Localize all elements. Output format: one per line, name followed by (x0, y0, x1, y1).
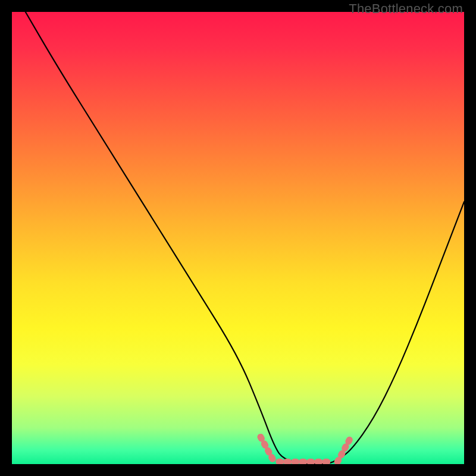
plot-area (12, 12, 464, 464)
flat-bottom-marker-left (261, 437, 274, 462)
flat-bottom-marker-right (337, 437, 351, 462)
outer-frame: TheBottleneck.com (0, 0, 476, 476)
watermark-text: TheBottleneck.com (349, 1, 463, 17)
bottom-marker-svg (12, 12, 464, 464)
